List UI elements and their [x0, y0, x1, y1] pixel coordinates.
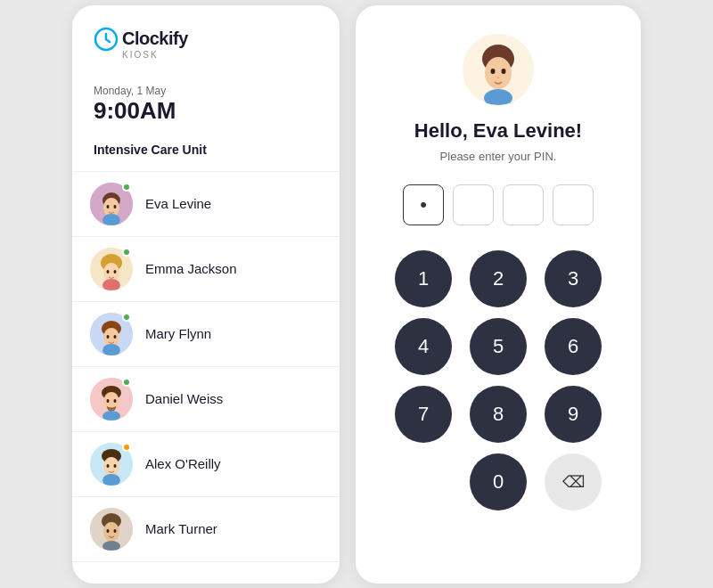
user-item-mark[interactable]: Mark Turner	[72, 496, 340, 562]
avatar-wrapper-daniel	[90, 378, 133, 421]
app-container: Clockify KIOSK Monday, 1 May 9:00AM Inte…	[54, 0, 659, 588]
user-name-mark: Mark Turner	[145, 521, 217, 536]
svg-point-17	[114, 335, 117, 339]
key-btn-8[interactable]: 8	[470, 386, 527, 443]
svg-point-11	[114, 270, 117, 274]
svg-point-4	[107, 205, 110, 208]
key-btn-1[interactable]: 1	[395, 250, 452, 307]
key-btn-0[interactable]: 0	[470, 453, 527, 510]
pin-box-1: •	[403, 184, 444, 225]
clockify-logo-icon	[94, 27, 119, 52]
eva-avatar-svg	[463, 34, 534, 105]
status-dot-emma	[122, 248, 131, 257]
avatar-wrapper-emma	[90, 248, 133, 290]
svg-point-33	[103, 522, 119, 542]
svg-point-16	[107, 335, 110, 339]
selected-user-avatar	[463, 34, 534, 105]
right-panel: Hello, Eva Levine! Please enter your PIN…	[356, 5, 641, 584]
keypad: 1234567890⌫	[391, 250, 605, 510]
user-name-eva: Eva Levine	[145, 196, 211, 211]
pin-box-3	[503, 184, 544, 225]
user-item-mary[interactable]: Mary Flynn	[72, 301, 340, 366]
left-panel: Clockify KIOSK Monday, 1 May 9:00AM Inte…	[72, 5, 340, 584]
pin-instruction: Please enter your PIN.	[440, 150, 557, 163]
avatar-mark	[90, 508, 133, 551]
svg-point-23	[114, 399, 117, 403]
avatar-wrapper-mary	[90, 313, 133, 355]
pin-boxes: •	[403, 184, 594, 225]
user-name-mary: Mary Flynn	[145, 326, 211, 341]
avatar-wrapper-eva	[90, 183, 133, 225]
svg-point-35	[114, 529, 117, 533]
pin-box-4	[553, 184, 594, 225]
status-dot-daniel	[122, 378, 131, 387]
user-item-eva[interactable]: Eva Levine	[72, 171, 340, 236]
pin-box-2	[453, 184, 494, 225]
user-name-daniel: Daniel Weiss	[145, 391, 223, 406]
user-item-emma[interactable]: Emma Jackson	[72, 236, 340, 301]
svg-point-5	[114, 205, 117, 208]
user-item-alex[interactable]: Alex O'Reilly	[72, 431, 340, 496]
svg-point-34	[107, 529, 110, 533]
svg-point-27	[103, 457, 119, 477]
app-subtitle: KIOSK	[122, 50, 159, 60]
status-dot-alex	[122, 443, 131, 452]
user-item-daniel[interactable]: Daniel Weiss	[72, 366, 340, 431]
logo-area: Clockify KIOSK	[72, 27, 340, 74]
key-btn-9[interactable]: 9	[545, 386, 602, 443]
key-btn-6[interactable]: 6	[545, 318, 602, 375]
app-name: Clockify	[122, 29, 188, 49]
svg-point-28	[107, 464, 110, 468]
user-list: Eva Levine Emma Jackson Mary Flynn	[72, 171, 340, 562]
user-name-alex: Alex O'Reilly	[145, 456, 221, 471]
svg-point-22	[107, 399, 110, 403]
greeting-text: Hello, Eva Levine!	[414, 119, 582, 143]
key-btn-backspace[interactable]: ⌫	[545, 453, 602, 510]
avatar-wrapper-alex	[90, 443, 133, 486]
status-dot-mary	[122, 313, 131, 322]
time-label: 9:00AM	[94, 97, 318, 125]
svg-point-42	[497, 77, 500, 78]
svg-point-29	[114, 464, 117, 468]
svg-point-41	[502, 69, 506, 74]
avatar-wrapper-mark	[90, 508, 133, 551]
datetime-area: Monday, 1 May 9:00AM	[72, 74, 340, 135]
user-name-emma: Emma Jackson	[145, 261, 237, 276]
date-label: Monday, 1 May	[94, 85, 318, 97]
key-btn-3[interactable]: 3	[545, 250, 602, 307]
unit-label: Intensive Care Unit	[72, 135, 340, 171]
logo-brand: Clockify	[94, 27, 188, 52]
svg-point-10	[107, 270, 110, 274]
key-btn-5[interactable]: 5	[470, 318, 527, 375]
status-dot-eva	[122, 183, 131, 192]
svg-point-40	[491, 69, 496, 74]
key-btn-4[interactable]: 4	[395, 318, 452, 375]
key-btn-7[interactable]: 7	[395, 386, 452, 443]
key-btn-2[interactable]: 2	[470, 250, 527, 307]
